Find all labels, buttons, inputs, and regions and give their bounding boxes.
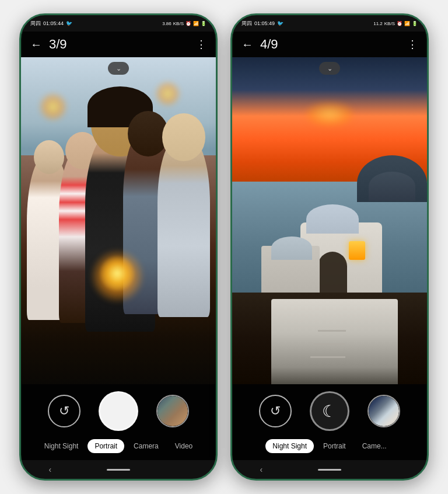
- network-unit-2: KB/S: [384, 21, 395, 26]
- dropdown-button-1[interactable]: ⌄: [108, 62, 129, 75]
- moon-icon-2: ☾: [322, 402, 337, 421]
- status-time-1: 01:05:44: [43, 20, 64, 26]
- shutter-button-1[interactable]: [99, 391, 138, 431]
- island-hill-2: [369, 172, 415, 201]
- status-bar-2: 周四 01:05:49 🐦 11.2 KB/S ⏰ 📶 🔋: [232, 15, 427, 32]
- gallery-image-2: [369, 396, 399, 426]
- flip-camera-button-2[interactable]: ↺: [259, 395, 292, 427]
- bottom-controls-1: ↺ Night Sight Portrait: [21, 384, 216, 460]
- signal-icon-2: 📶: [404, 21, 410, 26]
- status-right-2: 11.2 KB/S ⏰ 📶 🔋: [373, 21, 418, 26]
- sparkle-top-1: [38, 92, 68, 121]
- nav-bar-2: ← 4/9 ⋮: [232, 32, 427, 57]
- nav-bar-1: ← 3/9 ⋮: [21, 32, 216, 57]
- status-day-2: 周四: [242, 20, 252, 27]
- back-button-2[interactable]: ←: [242, 38, 253, 51]
- status-icon-bird-2: 🐦: [277, 20, 284, 26]
- photo-counter-1: 3/9: [49, 37, 196, 52]
- network-speed-1: 3.86: [162, 21, 172, 26]
- photo-content-1: [21, 57, 216, 384]
- more-button-2[interactable]: ⋮: [407, 38, 418, 51]
- status-icon-bird-1: 🐦: [66, 20, 72, 26]
- nav-back-gesture-2: ‹: [260, 465, 262, 474]
- dropdown-button-2[interactable]: ⌄: [319, 62, 340, 75]
- photo-area-2: ⌄: [232, 57, 427, 384]
- signal-icon-1: 📶: [193, 21, 199, 26]
- battery-icon-1: 🔋: [201, 21, 206, 26]
- flip-icon-2: ↺: [270, 403, 281, 419]
- status-time-2: 01:05:49: [254, 20, 275, 26]
- phones-container: 周四 01:05:44 🐦 3.86 KB/S ⏰ 📶 🔋 ← 3/9 ⋮: [19, 13, 429, 481]
- mode-tab-portrait-1[interactable]: Portrait: [88, 439, 124, 453]
- photo-counter-2: 4/9: [260, 37, 407, 52]
- status-right-1: 3.86 KB/S ⏰ 📶 🔋: [162, 21, 206, 26]
- chevron-down-icon-1: ⌄: [116, 65, 121, 72]
- mode-tabs-2: Night Sight Portrait Came...: [232, 437, 427, 458]
- flip-icon-1: ↺: [59, 403, 69, 419]
- battery-icon-2: 🔋: [412, 21, 418, 26]
- mode-tab-camera-2[interactable]: Came...: [355, 439, 394, 453]
- camera-buttons-2: ↺ ☾: [232, 389, 427, 433]
- back-button-1[interactable]: ←: [30, 38, 42, 51]
- stair-1: [310, 356, 345, 358]
- sparkle-top-right-1: [155, 81, 181, 107]
- network-unit-1: KB/S: [173, 21, 184, 26]
- gallery-thumb-2: [369, 396, 399, 426]
- gallery-image-1: [158, 396, 188, 426]
- camera-buttons-1: ↺: [21, 389, 216, 433]
- night-shutter-button-2[interactable]: ☾: [310, 391, 349, 431]
- photo-area-1: ⌄: [21, 57, 216, 384]
- phone-2: 周四 01:05:49 🐦 11.2 KB/S ⏰ 📶 🔋 ← 4/9 ⋮: [230, 13, 429, 481]
- status-day-1: 周四: [30, 20, 41, 27]
- gallery-button-2[interactable]: [368, 395, 400, 427]
- stair-2: [314, 343, 345, 345]
- mode-tab-night-sight-1[interactable]: Night Sight: [37, 439, 86, 453]
- lower-wall: [271, 299, 398, 384]
- status-bar-1: 周四 01:05:44 🐦 3.86 KB/S ⏰ 📶 🔋: [21, 15, 216, 32]
- home-indicator-1: [107, 469, 130, 471]
- clock-icon-1: ⏰: [186, 21, 191, 26]
- mode-tab-portrait-2[interactable]: Portrait: [316, 439, 353, 453]
- stair-3: [318, 330, 346, 332]
- lit-window: [349, 241, 365, 260]
- mode-tab-camera-1[interactable]: Camera: [127, 439, 166, 453]
- mode-tabs-1: Night Sight Portrait Camera Video: [21, 437, 216, 458]
- status-left-2: 周四 01:05:49 🐦: [242, 20, 284, 27]
- gallery-thumb-1: [158, 396, 188, 426]
- clock-icon-2: ⏰: [397, 21, 402, 26]
- network-speed-2: 11.2: [373, 21, 383, 26]
- status-left-1: 周四 01:05:44 🐦: [30, 20, 72, 27]
- chevron-down-icon-2: ⌄: [327, 65, 332, 72]
- gallery-button-1[interactable]: [156, 395, 189, 427]
- santorini-photo: [232, 57, 427, 384]
- home-indicator-2: [318, 469, 341, 471]
- nav-back-gesture-1: ‹: [48, 465, 51, 474]
- arch-opening: [318, 252, 347, 293]
- bottom-controls-2: ↺ ☾ Night Sight Portrai: [232, 384, 427, 460]
- sparkle-bright-1: [100, 256, 135, 291]
- more-button-1[interactable]: ⋮: [196, 38, 206, 51]
- bottom-nav-2: ‹ ›: [232, 460, 427, 479]
- bottom-nav-1: ‹ ›: [21, 460, 216, 479]
- sun-glow: [306, 103, 353, 126]
- dome-blue: [306, 204, 359, 234]
- flip-camera-button-1[interactable]: ↺: [48, 395, 80, 427]
- mode-tab-video-1[interactable]: Video: [168, 439, 200, 453]
- dome-left: [271, 236, 312, 260]
- phone-1: 周四 01:05:44 🐦 3.86 KB/S ⏰ 📶 🔋 ← 3/9 ⋮: [19, 13, 218, 481]
- mode-tab-night-sight-2[interactable]: Night Sight: [265, 439, 314, 453]
